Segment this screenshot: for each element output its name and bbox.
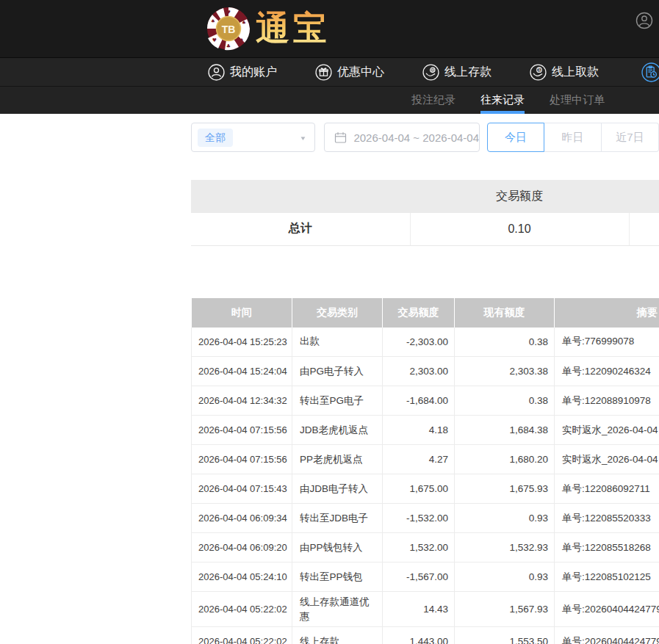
cell-type: 转出至JDB电子 [292, 504, 383, 533]
col-balance: 现有额度 [455, 298, 555, 328]
table-row: 2026-04-04 15:24:04 由PG电子转入 2,303.00 2,3… [192, 357, 659, 386]
tab-label: 投注纪录 [411, 93, 455, 107]
cell-time: 2026-04-04 15:25:23 [192, 328, 292, 357]
date-range-value: 2026-04-04 ~ 2026-04-04 [353, 131, 479, 144]
withdraw-icon: $ [530, 64, 547, 81]
cell-amount: 1,532.00 [383, 533, 455, 562]
nav-item-label: 线上存款 [444, 65, 491, 80]
cell-balance: 1,675.93 [455, 474, 555, 504]
cell-summary: 单号:122085102125 [555, 562, 659, 592]
nav-item-deposit[interactable]: 线上存款 [422, 64, 491, 81]
cell-summary: 实时返水_2026-04-04 [555, 416, 659, 445]
cell-time: 2026-04-04 05:24:10 [192, 562, 292, 592]
filter-toolbar: 全部 ▼ 2026-04-04 ~ 2026-04-04 今日 昨日 近7日 [191, 123, 659, 152]
total-label: 总计 [191, 213, 410, 245]
cell-amount: 14.43 [383, 592, 455, 627]
summary-table: 交易额度 总计 0.10 [191, 180, 659, 246]
cell-balance: 0.38 [455, 328, 555, 357]
table-row: 2026-04-04 05:22:02 线上存款通道优惠 14.43 1,567… [192, 592, 659, 627]
table-row: 2026-04-04 07:15:56 JDB老虎机返点 4.18 1,684.… [192, 416, 659, 445]
cell-time: 2026-04-04 05:22:02 [192, 627, 292, 644]
cell-amount: 1,443.00 [383, 627, 455, 644]
cell-balance: 0.93 [455, 562, 555, 592]
brand-name: 通宝 [256, 6, 331, 51]
svg-text:♠: ♠ [211, 18, 215, 24]
table-row: 2026-04-04 07:15:43 由JDB电子转入 1,675.00 1,… [192, 474, 659, 504]
primary-navigation: 我的账户 优惠中心 线上存款 [0, 57, 659, 86]
cell-amount: 2,303.00 [383, 357, 455, 386]
cell-balance: 1,680.20 [455, 445, 555, 474]
nav-item-my-account[interactable]: 我的账户 [208, 64, 277, 81]
cell-summary: 实时返水_2026-04-04 [555, 445, 659, 474]
cell-time: 2026-04-04 07:15:43 [192, 474, 292, 504]
svg-text:$: $ [538, 67, 541, 72]
cell-type: 转出至PG电子 [292, 386, 383, 416]
today-button[interactable]: 今日 [487, 123, 544, 152]
nav-item-withdraw[interactable]: $ 线上取款 [530, 64, 599, 81]
calendar-icon [334, 131, 347, 144]
cell-amount: -1,684.00 [383, 386, 455, 416]
cell-summary: 单号:776999078 [555, 328, 659, 357]
summary-header-row: 交易额度 [191, 180, 659, 213]
tab-transaction-records[interactable]: 往来记录 [480, 87, 525, 114]
svg-text:♣: ♣ [226, 43, 231, 49]
cell-type: 转出至PP钱包 [292, 562, 383, 592]
cell-type: 由JDB电子转入 [292, 474, 383, 504]
cell-summary: 单号:2026040442477971 [555, 592, 659, 627]
brand-logo[interactable]: ♥♠♦ ♣♥♠ TB 通宝 [206, 6, 331, 51]
nav-item-label: 我的账户 [230, 65, 277, 80]
table-row: 2026-04-04 06:09:34 转出至JDB电子 -1,532.00 0… [192, 504, 659, 533]
last7days-button[interactable]: 近7日 [602, 123, 659, 152]
col-summary: 摘要 [555, 298, 659, 328]
cell-amount: 4.18 [383, 416, 455, 445]
cell-type: PP老虎机返点 [292, 445, 383, 474]
cell-amount: -1,567.00 [383, 562, 455, 592]
cell-type: 由PG电子转入 [292, 357, 383, 386]
cell-time: 2026-04-04 06:09:20 [192, 533, 292, 562]
cell-balance: 1,532.93 [455, 533, 555, 562]
table-row: 2026-04-04 05:24:10 转出至PP钱包 -1,567.00 0.… [192, 562, 659, 592]
nav-item-label: 优惠中心 [337, 65, 384, 80]
col-type: 交易类别 [292, 298, 383, 328]
table-row: 2026-04-04 06:09:20 由PP钱包转入 1,532.00 1,5… [192, 533, 659, 562]
quick-date-buttons: 今日 昨日 近7日 [487, 123, 659, 152]
svg-text:♥: ♥ [226, 10, 231, 15]
records-tab-bar: 投注纪录 往来记录 处理中订单 [0, 86, 659, 114]
cell-summary: 单号:2026040442477971 [555, 627, 659, 644]
cell-time: 2026-04-04 07:15:56 [192, 416, 292, 445]
svg-text:♥: ♥ [212, 37, 217, 43]
tab-label: 往来记录 [480, 93, 525, 107]
cell-balance: 0.38 [455, 386, 555, 416]
nav-item-promotions[interactable]: 优惠中心 [315, 64, 384, 81]
chevron-down-icon: ▼ [300, 135, 307, 142]
cell-type: 由PP钱包转入 [292, 533, 383, 562]
summary-header-empty [191, 180, 410, 213]
yesterday-button[interactable]: 昨日 [544, 123, 602, 152]
total-amount: 0.10 [410, 213, 629, 245]
account-avatar-icon[interactable] [635, 12, 653, 29]
tab-pending-orders[interactable]: 处理中订单 [550, 87, 605, 114]
svg-text:♦: ♦ [240, 37, 244, 43]
cell-balance: 1,684.38 [455, 416, 555, 445]
date-range-input[interactable]: 2026-04-04 ~ 2026-04-04 [324, 123, 480, 152]
summary-total-row: 总计 0.10 [191, 213, 659, 245]
transaction-records-icon [641, 62, 659, 82]
cell-time: 2026-04-04 05:22:02 [192, 592, 292, 627]
tab-label: 处理中订单 [550, 93, 605, 107]
poker-chip-logo-icon: ♥♠♦ ♣♥♠ TB [206, 6, 251, 51]
top-header-bar: ♥♠♦ ♣♥♠ TB 通宝 [0, 0, 659, 57]
cell-amount: -2,303.00 [383, 328, 455, 357]
selected-type-tag[interactable]: 全部 [198, 129, 233, 147]
table-row: 2026-04-04 12:34:32 转出至PG电子 -1,684.00 0.… [192, 386, 659, 416]
summary-header-extra [629, 180, 659, 213]
cell-type: JDB老虎机返点 [292, 416, 383, 445]
cell-summary: 单号:122085520333 [555, 504, 659, 533]
total-extra [629, 213, 659, 245]
nav-item-transaction-records[interactable] [641, 62, 659, 82]
table-row: 2026-04-04 07:15:56 PP老虎机返点 4.27 1,680.2… [192, 445, 659, 474]
cell-amount: 4.27 [383, 445, 455, 474]
cell-time: 2026-04-04 15:24:04 [192, 357, 292, 386]
transaction-type-select[interactable]: 全部 ▼ [191, 123, 315, 152]
tab-betting-records[interactable]: 投注纪录 [411, 87, 455, 114]
cell-summary: 单号:122090246324 [555, 357, 659, 386]
